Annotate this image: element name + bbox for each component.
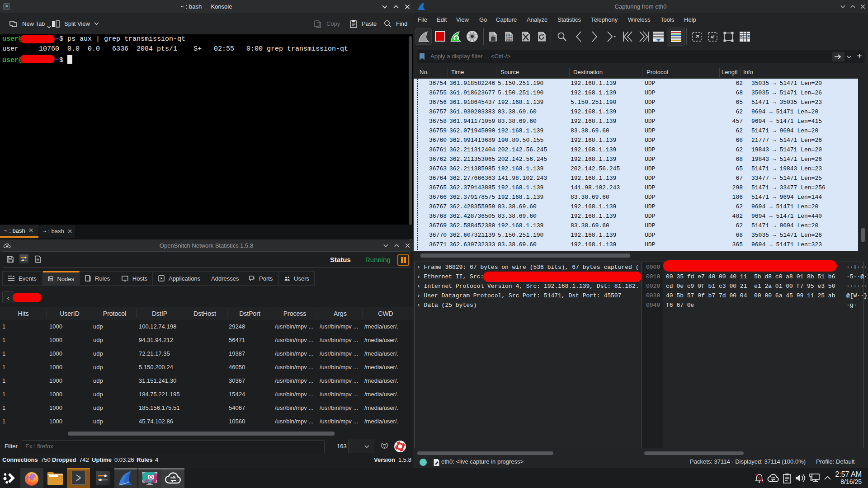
svg-text:0011: 0011 — [506, 38, 512, 42]
